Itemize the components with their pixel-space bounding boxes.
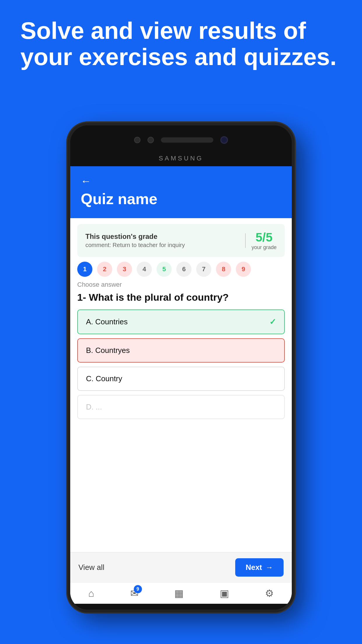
app-header: ← Quiz name bbox=[70, 166, 292, 218]
next-arrow-icon: → bbox=[266, 563, 273, 572]
q-dot-8[interactable]: 8 bbox=[216, 262, 231, 277]
phone-speaker bbox=[161, 137, 213, 143]
phone-brand: SAMSUNG bbox=[70, 155, 292, 166]
grade-comment: comment: Return to teacher for inquiry bbox=[85, 242, 239, 249]
q-dot-4[interactable]: 4 bbox=[137, 262, 152, 277]
correct-check-icon: ✓ bbox=[269, 317, 276, 327]
nav-content[interactable]: ▣ bbox=[220, 587, 229, 599]
back-button[interactable]: ← bbox=[81, 175, 281, 187]
side-button-top bbox=[67, 201, 69, 225]
answer-a[interactable]: A. Countries ✓ bbox=[77, 309, 285, 334]
calendar-icon: ▦ bbox=[174, 587, 184, 599]
front-camera-right bbox=[220, 136, 228, 144]
question-text: 1- What is the plural of country? bbox=[70, 291, 292, 304]
nav-settings[interactable]: ⚙ bbox=[265, 587, 274, 599]
phone-device: SAMSUNG ← Quiz name This question's grad… bbox=[67, 123, 295, 612]
q-dot-6[interactable]: 6 bbox=[176, 262, 191, 277]
bottom-navigation: ⌂ ✉ 9 ▦ ▣ ⚙ bbox=[70, 582, 292, 604]
phone-screen: ← Quiz name This question's grade commen… bbox=[70, 166, 292, 604]
choose-answer-label: Choose answer bbox=[70, 281, 292, 288]
answer-a-text: A. Countries bbox=[86, 317, 128, 326]
quiz-title: Quiz name bbox=[81, 190, 157, 207]
side-button-power bbox=[293, 219, 295, 257]
q-dot-1[interactable]: 1 bbox=[77, 262, 92, 277]
content-icon: ▣ bbox=[220, 587, 229, 599]
answer-d-text: D. ... bbox=[86, 402, 102, 412]
answer-d[interactable]: D. ... bbox=[77, 395, 285, 419]
question-nav: 1 2 3 4 5 6 7 8 9 bbox=[70, 262, 292, 277]
answer-b[interactable]: B. Countryes bbox=[77, 338, 285, 363]
next-button[interactable]: Next → bbox=[235, 558, 284, 577]
grade-divider bbox=[245, 233, 246, 248]
settings-icon: ⚙ bbox=[265, 587, 274, 599]
phone-bottom-bezel bbox=[70, 604, 292, 612]
view-all-button[interactable]: View all bbox=[78, 563, 104, 572]
bottom-action-bar: View all Next → bbox=[70, 552, 292, 582]
answers-list: A. Countries ✓ B. Countryes C. Country D… bbox=[70, 309, 292, 419]
messages-badge: 9 bbox=[134, 585, 142, 593]
home-icon: ⌂ bbox=[88, 588, 94, 599]
front-camera-mid bbox=[147, 137, 154, 143]
grade-info: This question's grade comment: Return to… bbox=[85, 232, 239, 249]
hero-headline: Solve and view results of your exercises… bbox=[20, 18, 342, 70]
nav-messages[interactable]: ✉ 9 bbox=[130, 587, 138, 599]
q-dot-2[interactable]: 2 bbox=[97, 262, 112, 277]
q-dot-3[interactable]: 3 bbox=[117, 262, 132, 277]
front-camera-left bbox=[134, 137, 140, 143]
grade-score: 5/5 your grade bbox=[252, 230, 277, 251]
q-dot-5[interactable]: 5 bbox=[157, 262, 172, 277]
android-home-btn[interactable] bbox=[166, 611, 189, 612]
answer-c[interactable]: C. Country bbox=[77, 367, 285, 391]
q-dot-7[interactable]: 7 bbox=[196, 262, 211, 277]
grade-label: This question's grade bbox=[85, 232, 239, 241]
nav-calendar[interactable]: ▦ bbox=[174, 587, 184, 599]
answer-b-text: B. Countryes bbox=[86, 346, 130, 355]
side-button-volume bbox=[67, 236, 69, 271]
grade-card: This question's grade comment: Return to… bbox=[77, 224, 285, 257]
nav-home[interactable]: ⌂ bbox=[88, 588, 94, 599]
grade-number: 5/5 bbox=[252, 230, 277, 244]
phone-top-bezel bbox=[70, 125, 292, 155]
q-dot-9[interactable]: 9 bbox=[236, 262, 251, 277]
answer-c-text: C. Country bbox=[86, 374, 122, 383]
your-grade-label: your grade bbox=[252, 244, 277, 251]
next-label: Next bbox=[246, 563, 262, 572]
